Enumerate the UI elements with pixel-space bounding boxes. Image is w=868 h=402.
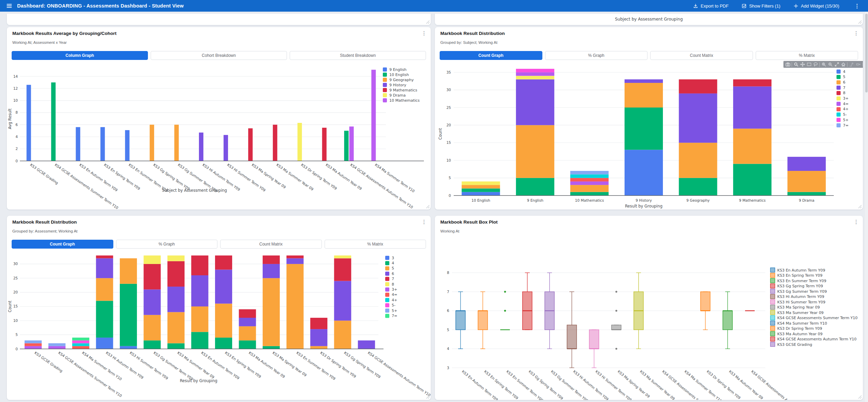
svg-text:10 Mathematics: 10 Mathematics	[389, 98, 420, 103]
svg-text:12: 12	[13, 86, 18, 90]
topbar-actions: Export to PDF Show Filters (1) Add Widge…	[693, 2, 862, 10]
svg-text:KS4 Ma Summer Term Y10: KS4 Ma Summer Term Y10	[81, 351, 123, 381]
pan-icon[interactable]	[799, 61, 806, 68]
svg-text:4: 4	[15, 135, 18, 139]
widget-box-plot: Markbook Result Box Plot ⋮ Working At 34…	[435, 216, 863, 400]
svg-text:0: 0	[15, 347, 18, 351]
hover-compare-icon[interactable]	[861, 61, 863, 68]
svg-text:4=: 4=	[843, 102, 848, 106]
svg-text:KS4 GCSE Assessments Summer Te: KS4 GCSE Assessments Summer Term Y10	[777, 316, 858, 320]
svg-text:14: 14	[13, 74, 18, 78]
svg-text:5: 5	[843, 75, 845, 79]
svg-text:10 English: 10 English	[389, 73, 409, 77]
lasso-icon[interactable]	[812, 61, 819, 68]
page-scrollbar[interactable]	[865, 12, 868, 402]
svg-text:5: 5	[15, 332, 18, 337]
resize-handle-icon[interactable]	[858, 395, 862, 399]
svg-text:9 Geography: 9 Geography	[687, 198, 710, 202]
resize-handle-icon[interactable]	[426, 395, 430, 399]
topbar-overflow-menu-icon[interactable]: ⋮	[852, 2, 862, 10]
svg-text:KS3 Gg Summer Term Y09: KS3 Gg Summer Term Y09	[777, 289, 827, 294]
svg-text:4+: 4+	[392, 298, 397, 302]
zoom-in-icon[interactable]	[820, 61, 827, 68]
svg-text:KS3 Hi Summer Term Y09: KS3 Hi Summer Term Y09	[226, 163, 266, 192]
distribution-assessment-stacked-chart: 051015202530KS3 GCSE GradingKS4 GCSE Ass…	[7, 216, 431, 400]
svg-text:7=: 7=	[392, 314, 397, 318]
svg-text:9 Drama: 9 Drama	[389, 93, 406, 98]
svg-text:Count: Count	[438, 128, 443, 140]
svg-text:5: 5	[447, 328, 449, 332]
hover-closest-icon[interactable]	[855, 61, 861, 68]
avg-results-column-chart: 02468101214KS3 GCSE GradingKS4 GCSE Asse…	[7, 27, 431, 210]
hamburger-menu-icon[interactable]	[6, 3, 12, 9]
svg-text:10: 10	[13, 98, 18, 102]
svg-text:10: 10	[13, 318, 18, 323]
svg-text:5-: 5-	[392, 303, 395, 307]
export-pdf-button[interactable]: Export to PDF	[693, 3, 729, 9]
zoom-out-icon[interactable]	[827, 61, 833, 68]
download-icon	[693, 3, 698, 9]
svg-text:KS3 Hi Summer Term Y09: KS3 Hi Summer Term Y09	[129, 351, 169, 380]
svg-text:4: 4	[392, 261, 394, 265]
svg-text:5: 5	[392, 266, 394, 271]
svg-text:Result by Grouping: Result by Grouping	[625, 204, 663, 209]
dashboard-page: Dashboard: ONBOARDING - Assessments Dash…	[0, 0, 868, 402]
svg-text:2: 2	[15, 147, 18, 151]
svg-text:3+: 3+	[392, 287, 397, 292]
svg-text:KS3 Hi Summer Term Y09: KS3 Hi Summer Term Y09	[777, 300, 826, 304]
svg-text:4: 4	[843, 70, 845, 74]
svg-text:9 Mathematics: 9 Mathematics	[739, 198, 766, 202]
reset-axes-icon[interactable]	[840, 61, 846, 68]
svg-text:9 History: 9 History	[636, 198, 652, 202]
clipped-widget-right: Subject by Assessment Grouping	[435, 14, 863, 25]
svg-text:7: 7	[843, 86, 845, 90]
resize-handle-icon[interactable]	[858, 205, 862, 209]
svg-text:6: 6	[392, 272, 394, 276]
dashboard-title: Dashboard: ONBOARDING - Assessments Dash…	[17, 3, 184, 9]
svg-text:9 History: 9 History	[389, 83, 406, 87]
svg-text:35: 35	[446, 70, 451, 74]
svg-text:6: 6	[843, 80, 845, 85]
svg-text:KS3 Hi Autumn Term Y09: KS3 Hi Autumn Term Y09	[777, 294, 824, 299]
spike-lines-icon[interactable]	[848, 61, 855, 68]
svg-text:4: 4	[447, 347, 449, 351]
svg-text:8: 8	[392, 282, 394, 287]
svg-text:25: 25	[13, 276, 18, 280]
svg-text:KS3 Ma Autumn Year 09: KS3 Ma Autumn Year 09	[777, 332, 822, 336]
svg-text:3: 3	[447, 366, 449, 370]
widget-distribution-subject: Markbook Result Distribution ⋮ Grouped b…	[435, 27, 863, 210]
zoom-icon[interactable]	[793, 61, 799, 68]
svg-text:9 Geography: 9 Geography	[389, 78, 414, 82]
resize-handle-icon[interactable]	[426, 20, 430, 24]
svg-text:4=: 4=	[392, 292, 397, 297]
scrollbar-thumb[interactable]	[865, 14, 868, 92]
resize-handle-icon[interactable]	[858, 20, 862, 24]
svg-text:KS3 En Autumn Term Y09: KS3 En Autumn Term Y09	[777, 268, 825, 273]
svg-text:KS3 En Summer Term Y09: KS3 En Summer Term Y09	[295, 351, 336, 381]
autoscale-icon[interactable]	[833, 61, 840, 68]
add-widget-button[interactable]: Add Widget (15/30)	[793, 3, 839, 9]
clipped-axis-title: Subject by Assessment Grouping	[435, 17, 863, 22]
svg-text:6: 6	[15, 123, 18, 127]
svg-text:30: 30	[446, 88, 451, 92]
widget-markbook-average: Markbook Results Average by Grouping/Coh…	[7, 27, 431, 210]
svg-text:9 English: 9 English	[527, 198, 543, 202]
svg-text:3+: 3+	[843, 96, 848, 101]
svg-text:10 English: 10 English	[471, 198, 490, 202]
distribution-subject-stacked-chart: 0510152025303510 English9 English10 Math…	[435, 27, 863, 210]
svg-text:9 Drama: 9 Drama	[799, 198, 815, 202]
plus-icon	[793, 3, 798, 9]
svg-text:KS3 Hi Autumn Term Y09: KS3 Hi Autumn Term Y09	[105, 351, 144, 380]
svg-text:5: 5	[449, 176, 451, 180]
camera-icon[interactable]	[784, 61, 791, 68]
box-select-icon[interactable]	[806, 61, 812, 68]
svg-text:KS4 Ma Summer Term Y10: KS4 Ma Summer Term Y10	[374, 163, 416, 193]
svg-text:KS4 GCSE Assessments Autumn Te: KS4 GCSE Assessments Autumn Term Y10	[777, 337, 856, 341]
svg-text:30: 30	[13, 262, 18, 266]
svg-text:5+: 5+	[843, 118, 848, 122]
svg-text:KS3 Gg Spring Term Y09: KS3 Gg Spring Term Y09	[777, 284, 823, 288]
svg-text:8: 8	[843, 91, 845, 95]
plotly-modebar	[783, 61, 863, 68]
show-filters-button[interactable]: Show Filters (1)	[742, 3, 780, 9]
resize-handle-icon[interactable]	[426, 205, 430, 209]
